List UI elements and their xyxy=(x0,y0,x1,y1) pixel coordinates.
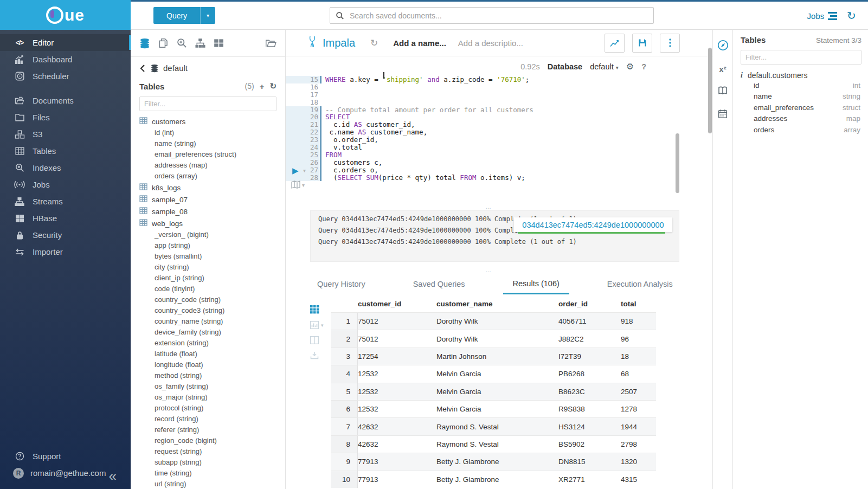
grid-view-icon[interactable] xyxy=(310,305,319,314)
query-dropdown-caret-icon[interactable]: ▾ xyxy=(200,7,215,24)
active-table-row[interactable]: i default.customers xyxy=(741,71,861,80)
column-header[interactable]: total xyxy=(621,295,656,312)
column-tree-item[interactable]: email_preferences (struct) xyxy=(139,149,277,160)
sidebar-item-files[interactable]: Files xyxy=(0,109,131,126)
apps-icon[interactable] xyxy=(214,38,224,48)
help-icon[interactable]: ? xyxy=(641,62,646,71)
column-tree-item[interactable]: addresses (map) xyxy=(139,160,277,171)
query-button-label[interactable]: Query xyxy=(153,7,200,24)
query-button[interactable]: Query ▾ xyxy=(153,7,215,24)
functions-icon[interactable]: x² xyxy=(719,65,726,74)
column-tree-item[interactable]: referer (string) xyxy=(139,424,277,435)
column-tree-item[interactable]: os_major (string) xyxy=(139,392,277,403)
tab-saved-queries[interactable]: Saved Queries xyxy=(403,274,475,294)
panel-scrollbar[interactable] xyxy=(708,48,712,133)
table-tree-item[interactable]: web_logs xyxy=(139,217,277,229)
table-row[interactable]: 317254Martin JohnsonI72T3918 xyxy=(331,348,656,365)
more-button[interactable] xyxy=(660,34,680,53)
table-row[interactable]: 612532Melvin GarciaR9S8381278 xyxy=(331,400,656,417)
column-tree-item[interactable]: client_ip (string) xyxy=(139,273,277,284)
table-tree-item[interactable]: k8s_logs xyxy=(139,182,277,194)
column-tree-item[interactable]: protocol (string) xyxy=(139,403,277,414)
column-tree-item[interactable]: city (string) xyxy=(139,262,277,273)
statement-map-icon[interactable] xyxy=(291,181,300,190)
add-table-icon[interactable]: + xyxy=(260,82,265,91)
run-options-caret-icon[interactable]: ▾ xyxy=(303,168,306,173)
hue-logo[interactable]: ue xyxy=(46,6,85,24)
tab-results-106-[interactable]: Results (106) xyxy=(503,274,569,294)
right-column-item[interactable]: email_preferencesstruct xyxy=(741,102,861,113)
table-tree-item[interactable]: sample_07 xyxy=(139,194,277,205)
table-row[interactable]: 512532Melvin GarciaB8623C2507 xyxy=(331,383,656,400)
editor-history-icon[interactable]: ↺ xyxy=(370,37,378,49)
column-tree-item[interactable]: app (string) xyxy=(139,240,277,251)
tab-execution-analysis[interactable]: Execution Analysis xyxy=(597,274,683,294)
schedule-calendar-icon[interactable] xyxy=(718,109,728,120)
refresh-icon[interactable]: ↻ xyxy=(269,81,277,91)
column-header[interactable]: customer_name xyxy=(436,295,558,312)
sidebar-item-security[interactable]: Security xyxy=(0,227,131,243)
database-select[interactable]: default ▾ xyxy=(590,62,619,71)
resize-handle-bottom[interactable]: … xyxy=(485,267,492,273)
column-tree-item[interactable]: region_code (bigint) xyxy=(139,435,277,446)
table-row[interactable]: 742632Raymond S. VestalHS31241944 xyxy=(331,417,656,435)
sidebar-item-s3[interactable]: S3 xyxy=(0,126,131,143)
table-row[interactable]: 175012Dorothy Wilk4056711918 xyxy=(331,312,656,330)
column-tree-item[interactable]: extension (string) xyxy=(139,338,277,349)
column-tree-item[interactable]: latitude (float) xyxy=(139,349,277,359)
column-header[interactable]: order_id xyxy=(558,295,621,312)
column-tree-item[interactable]: os_family (string) xyxy=(139,381,277,392)
column-tree-item[interactable]: name (string) xyxy=(139,138,277,149)
right-column-item[interactable]: idint xyxy=(741,80,861,91)
support-link[interactable]: Support xyxy=(0,448,131,465)
table-row[interactable]: 842632Raymond S. VestalBS59022798 xyxy=(331,435,656,453)
sidebar-item-hbase[interactable]: HBase xyxy=(0,210,131,227)
column-tree-item[interactable]: subapp (string) xyxy=(139,457,277,468)
right-column-item[interactable]: addressesmap xyxy=(741,113,861,125)
code-lines[interactable]: WHERE a.key = 'shipping' and a.zip_code … xyxy=(322,76,533,181)
column-tree-item[interactable]: _version_ (bigint) xyxy=(139,229,277,240)
query-description-input[interactable]: Add a descriptio... xyxy=(458,38,523,48)
sidebar-item-streams[interactable]: Streams xyxy=(0,193,131,210)
column-tree-item[interactable]: country_name (string) xyxy=(139,316,277,327)
column-tree-item[interactable]: country_code (string) xyxy=(139,294,277,305)
right-column-item[interactable]: namestring xyxy=(741,91,861,102)
column-tree-item[interactable]: id (int) xyxy=(139,127,277,138)
search-input[interactable] xyxy=(349,11,653,21)
column-tree-item[interactable]: url (string) xyxy=(139,479,277,489)
statement-caret-icon[interactable]: ▾ xyxy=(302,182,305,188)
table-filter-input[interactable] xyxy=(139,96,277,111)
right-column-item[interactable]: ordersarray xyxy=(741,124,861,136)
documents-copy-icon[interactable] xyxy=(158,38,169,48)
sidebar-item-scheduler[interactable]: Scheduler xyxy=(0,68,131,85)
table-row[interactable]: 1077913Betty J. GiambroneXR27714315 xyxy=(331,471,656,488)
back-chevron-icon[interactable] xyxy=(139,65,146,72)
jobs-link[interactable]: Jobs xyxy=(807,11,838,21)
sidebar-item-documents[interactable]: Documents xyxy=(0,92,131,109)
table-tree-item[interactable]: customers xyxy=(139,115,277,127)
chart-view-icon[interactable]: ▾ xyxy=(310,321,324,329)
column-tree-item[interactable]: code (tinyint) xyxy=(139,284,277,294)
open-folder-icon[interactable] xyxy=(265,38,277,48)
column-tree-item[interactable]: request (string) xyxy=(139,446,277,457)
sidebar-item-indexes[interactable]: Indexes xyxy=(0,159,131,176)
databases-icon[interactable] xyxy=(139,38,150,49)
column-tree-item[interactable]: record (string) xyxy=(139,414,277,424)
resize-handle-top[interactable]: … xyxy=(485,203,492,210)
table-tree-item[interactable]: sample_08 xyxy=(139,205,277,217)
run-query-button[interactable]: ▶ xyxy=(292,166,299,176)
database-name[interactable]: default xyxy=(163,63,188,73)
column-tree-item[interactable]: orders (array) xyxy=(139,171,277,182)
sidebar-item-editor[interactable]: </>Editor xyxy=(0,34,131,51)
sidebar-item-tables[interactable]: Tables xyxy=(0,143,131,159)
sitemap-icon[interactable] xyxy=(195,38,205,48)
sidebar-item-jobs[interactable]: Jobs xyxy=(0,176,131,193)
table-row[interactable]: 977913Betty J. GiambroneDN88151320 xyxy=(331,453,656,470)
code-editor[interactable]: 1516171819202122232425262728 WHERE a.key… xyxy=(286,76,533,181)
collapse-sidebar-icon[interactable]: « xyxy=(109,471,117,481)
column-tree-item[interactable]: longitude (float) xyxy=(139,359,277,370)
column-tree-item[interactable]: time (string) xyxy=(139,468,277,479)
column-tree-item[interactable]: country_code3 (string) xyxy=(139,305,277,316)
table-row[interactable]: 275012Dorothy WilkJ882C296 xyxy=(331,330,656,347)
info-icon[interactable]: i xyxy=(741,71,743,80)
